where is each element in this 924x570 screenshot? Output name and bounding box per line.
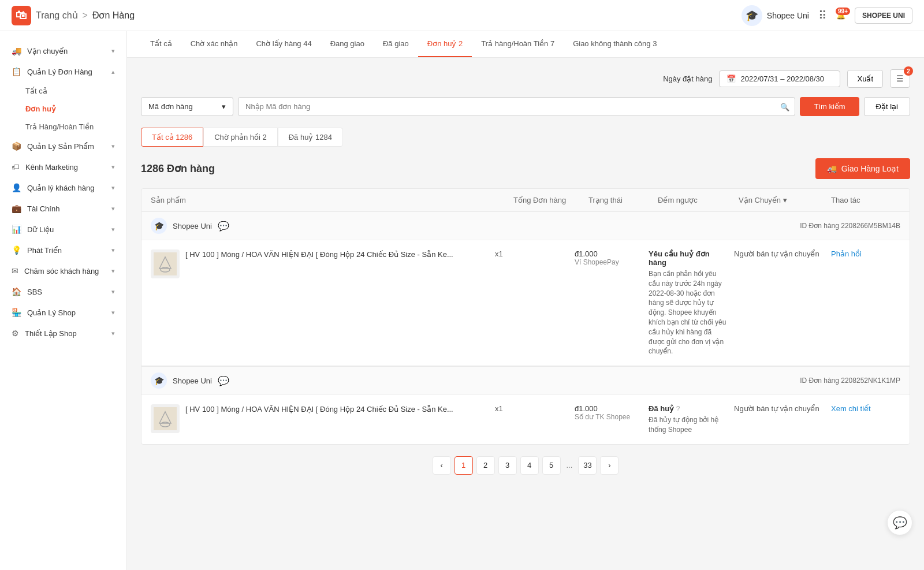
order-total-amount: đ1.000 [575, 404, 644, 413]
sidebar-item-quan-ly-shop[interactable]: 🏪 Quản Lý Shop ▾ [0, 302, 126, 323]
sidebar-item-du-lieu[interactable]: 📊 Dữ Liệu ▾ [0, 219, 126, 240]
reset-button[interactable]: Đặt lại [864, 97, 910, 116]
sidebar-item-sbs[interactable]: 🏠 SBS ▾ [0, 281, 126, 302]
bulk-ship-button[interactable]: 🚚 Giao Hàng Loạt [815, 158, 910, 179]
orders-list: 🎓 Shopee Uni 💬 ID Đơn hàng 2208266M5BM14… [141, 212, 910, 445]
sbs-icon: 🏠 [12, 287, 21, 296]
shopee-uni-logo: 🎓 [742, 5, 762, 26]
header-left: 🛍 Trang chủ > Đơn Hàng [12, 6, 742, 25]
chevron-down-icon: ▾ [111, 288, 115, 296]
sidebar-sub-don-huy[interactable]: Đơn huỷ [0, 100, 126, 118]
search-input[interactable] [238, 97, 795, 116]
float-chat-button[interactable]: 💬 [887, 510, 912, 535]
product-image [151, 249, 180, 278]
sidebar-label-don-hang: Quản Lý Đơn Hàng [27, 68, 92, 76]
grid-icon[interactable]: ⠿ [818, 9, 827, 23]
shop-icon: 🏪 [12, 308, 21, 317]
header-right: 🎓 Shopee Uni ⠿ 🔔 99+ SHOPEE UNI [742, 5, 912, 26]
tab-cho-lay-hang[interactable]: Chờ lấy hàng 44 [247, 31, 321, 57]
marketing-icon: 🏷 [12, 162, 20, 172]
export-button[interactable]: Xuất [847, 70, 883, 88]
sidebar-sub-tat-ca[interactable]: Tất cả [0, 82, 126, 100]
orders-header: 1286 Đơn hàng 🚚 Giao Hàng Loạt [141, 158, 910, 179]
tab-da-giao[interactable]: Đã giao [374, 31, 418, 57]
search-input-wrap: 🔍 [238, 97, 795, 116]
product-image [151, 404, 180, 433]
sidebar-item-quan-ly-don-hang[interactable]: 📋 Quản Lý Đơn Hàng ▴ [0, 61, 126, 82]
sidebar-label-khach-hang: Quản lý khách hàng [27, 184, 94, 192]
tab-tra-hang[interactable]: Trả hàng/Hoàn Tiền 7 [472, 31, 564, 57]
sidebar-item-tai-chinh[interactable]: 💼 Tài Chính ▾ [0, 198, 126, 219]
shopee-uni-button[interactable]: SHOPEE UNI [855, 8, 912, 24]
chevron-down-icon: ▾ [111, 47, 115, 55]
notification-icon[interactable]: 🔔 99+ [836, 11, 845, 20]
search-icon: 🔍 [780, 102, 789, 111]
date-range-input[interactable]: 📅 2022/07/31 – 2022/08/30 [719, 70, 840, 87]
tab-giao-khong-thanh-cong[interactable]: Giao không thành công 3 [564, 31, 666, 57]
status-description: Đã hủy tự động bởi hệ thống Shopee [649, 415, 729, 435]
order-payment-method: Số dư TK Shopee [575, 413, 644, 421]
shopee-logo: 🛍 [12, 6, 31, 25]
order-id-label: ID Đơn hàng 2208266M5BM14B [800, 222, 900, 230]
pagination-page-4[interactable]: 4 [520, 456, 539, 475]
pagination-page-1[interactable]: 1 [454, 456, 473, 475]
sidebar-item-san-pham[interactable]: 📦 Quản Lý Sản Phẩm ▾ [0, 136, 126, 157]
action-col: Phản hồi [831, 249, 900, 258]
sidebar-label-cham-soc: Chăm sóc khách hàng [24, 267, 99, 275]
pagination-ellipsis: ... [564, 461, 575, 470]
phan-hoi-button[interactable]: Phản hồi [831, 249, 862, 258]
sidebar-item-khach-hang[interactable]: 👤 Quản lý khách hàng ▾ [0, 177, 126, 198]
chat-icon[interactable]: 💬 [218, 375, 229, 386]
chevron-down-icon: ▾ [111, 163, 115, 171]
search-type-select[interactable]: Mã đơn hàng ▾ [141, 97, 233, 116]
pagination-page-5[interactable]: 5 [542, 456, 561, 475]
col-van-chuyen[interactable]: Vận Chuyển ▾ [739, 196, 831, 204]
sidebar-item-marketing[interactable]: 🏷 Kênh Marketing ▾ [0, 157, 126, 177]
tab-tat-ca[interactable]: Tất cả [141, 31, 181, 57]
layout: 🚚 Vận chuyển ▾ 📋 Quản Lý Đơn Hàng ▴ Tất … [0, 31, 924, 570]
du-lieu-icon: 📊 [12, 225, 21, 234]
tab-don-huy[interactable]: Đơn huỷ 2 [418, 31, 472, 57]
tab-cho-xac-nhan[interactable]: Chờ xác nhận [181, 31, 247, 57]
sidebar-item-thiet-lap[interactable]: ⚙ Thiết Lập Shop ▾ [0, 323, 126, 344]
sub-tab-tat-ca[interactable]: Tất cả 1286 [141, 128, 203, 147]
sidebar-item-van-chuyen[interactable]: 🚚 Vận chuyển ▾ [0, 40, 126, 61]
chevron-down-icon: ▾ [111, 247, 115, 254]
main-content: Tất cả Chờ xác nhận Chờ lấy hàng 44 Đang… [127, 31, 924, 570]
sidebar-label-phat-trien: Phát Triển [27, 246, 62, 255]
don-hang-icon: 📋 [12, 67, 21, 76]
order-payment-method: Ví ShopeePay [575, 258, 644, 266]
tab-dang-giao[interactable]: Đang giao [321, 31, 374, 57]
pagination-page-2[interactable]: 2 [476, 456, 495, 475]
date-label: Ngày đặt hàng [663, 74, 712, 83]
shipping-info: Người bán tự vận chuyển [734, 404, 826, 413]
notification-badge: 99+ [836, 8, 850, 15]
shop-avatar: 🎓 [151, 218, 167, 234]
order-shop-info: 🎓 Shopee Uni 💬 [151, 372, 229, 389]
sidebar-item-cham-soc[interactable]: ✉ Chăm sóc khách hàng ▾ [0, 260, 126, 281]
sub-tab-cho-phan-hoi[interactable]: Chờ phản hồi 2 [203, 128, 278, 147]
chat-icon[interactable]: 💬 [218, 221, 229, 232]
sidebar-sub-tra-hang[interactable]: Trả Hàng/Hoàn Tiền [0, 118, 126, 136]
content-area: Ngày đặt hàng 📅 2022/07/31 – 2022/08/30 … [127, 58, 924, 498]
sidebar-label-tai-chinh: Tài Chính [27, 204, 59, 213]
order-id-label: ID Đơn hàng 2208252NK1K1MP [800, 377, 900, 385]
pagination-next[interactable]: › [600, 456, 619, 475]
pagination-page-3[interactable]: 3 [498, 456, 517, 475]
col-dem-nguoc: Đếm ngược [658, 196, 739, 204]
breadcrumb-home[interactable]: Trang chủ [36, 10, 78, 21]
product-qty: x1 [495, 249, 570, 258]
ship-icon: 🚚 [827, 164, 837, 173]
tabs-bar: Tất cả Chờ xác nhận Chờ lấy hàng 44 Đang… [127, 31, 924, 58]
status-description: Bạn cần phản hồi yêu cầu này trước 24h n… [649, 269, 729, 356]
shipping-info: Người bán tự vận chuyển [734, 249, 826, 258]
sidebar-label-thiet-lap: Thiết Lập Shop [25, 329, 77, 338]
pagination-page-last[interactable]: 33 [578, 456, 597, 475]
pagination-prev[interactable]: ‹ [433, 456, 451, 475]
filter-icon-button[interactable]: ☰ 2 [890, 69, 910, 88]
sidebar-item-phat-trien[interactable]: 💡 Phát Triển ▾ [0, 240, 126, 260]
product-name: [ HV 100 ] Móng / HOA VĂN HIỆN ĐẠI [ Đón… [185, 249, 453, 260]
sub-tab-da-huy[interactable]: Đã huỷ 1284 [278, 128, 343, 147]
search-button[interactable]: Tìm kiếm [800, 97, 859, 116]
xem-chi-tiet-button[interactable]: Xem chi tiết [831, 404, 871, 413]
